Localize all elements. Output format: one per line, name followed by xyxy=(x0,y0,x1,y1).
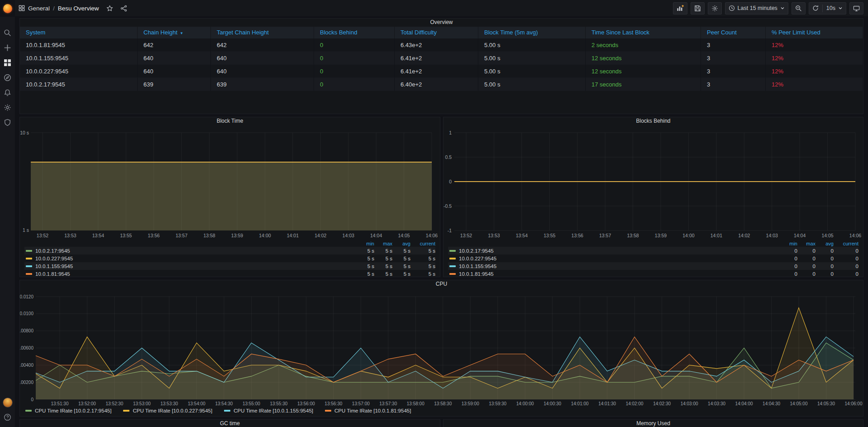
sidebar-item-explore[interactable] xyxy=(0,71,15,85)
series-name[interactable]: 10.0.1.81:9545 xyxy=(35,271,356,277)
cycle-view-mode-button[interactable] xyxy=(849,2,863,14)
share-dashboard-button[interactable] xyxy=(120,5,127,12)
blocks-behind-chart[interactable]: 10.50-0.5-113:5213:5313:5413:5513:5613:5… xyxy=(444,117,864,240)
table-cell: 640 xyxy=(138,65,211,78)
legend-column-avg[interactable]: avg xyxy=(816,240,834,247)
legend-value-max: 0 xyxy=(797,256,816,261)
series-color-swatch[interactable] xyxy=(449,265,456,267)
legend-column-max[interactable]: max xyxy=(374,240,392,247)
series-color-swatch[interactable] xyxy=(449,273,456,275)
svg-text:13:53:30: 13:53:30 xyxy=(160,401,178,406)
svg-text:14:03: 14:03 xyxy=(343,233,354,238)
zoom-out-time-button[interactable] xyxy=(792,2,806,14)
svg-text:14:00:30: 14:00:30 xyxy=(544,401,561,406)
legend-column-min[interactable]: min xyxy=(356,240,374,247)
panel-title-gc-time[interactable]: GC time xyxy=(20,420,440,427)
series-color-swatch[interactable] xyxy=(449,258,456,259)
series-name[interactable]: 10.0.1.81:9545 xyxy=(459,271,779,277)
sidebar-item-configuration[interactable] xyxy=(0,101,15,115)
series-name[interactable]: 10.0.2.17:9545 xyxy=(35,248,356,254)
table-cell: 642 xyxy=(138,38,211,52)
table-cell: 12 seconds xyxy=(586,65,701,78)
legend-item[interactable]: CPU Time IRate [10.0.1.155:9545] xyxy=(224,408,313,413)
svg-text:0.00800: 0.00800 xyxy=(20,328,33,333)
svg-text:13:52: 13:52 xyxy=(37,233,48,238)
series-color-swatch[interactable] xyxy=(26,273,32,275)
series-color-swatch[interactable] xyxy=(26,265,32,267)
svg-text:13:53:00: 13:53:00 xyxy=(133,401,151,406)
bell-icon xyxy=(4,89,11,96)
legend-column-max[interactable]: max xyxy=(797,240,816,247)
svg-text:14:06: 14:06 xyxy=(849,233,861,238)
cpu-chart[interactable]: 0.01200.01000.008000.006000.004000.00200… xyxy=(20,280,864,406)
svg-text:14:02: 14:02 xyxy=(315,233,326,238)
dashboard-settings-button[interactable] xyxy=(708,2,722,14)
legend-value-min: 5 s xyxy=(356,256,374,261)
legend-value-current: 5 s xyxy=(410,248,435,254)
svg-text:13:55:00: 13:55:00 xyxy=(243,401,260,406)
column-header[interactable]: Blocks Behind xyxy=(314,27,395,38)
block-time-chart[interactable]: 10 s1 s13:5213:5313:5413:5513:5613:5713:… xyxy=(20,117,441,240)
chevron-down-icon xyxy=(838,6,843,10)
share-icon xyxy=(120,5,127,12)
legend-column-min[interactable]: min xyxy=(779,240,797,247)
series-name[interactable]: 10.0.0.227:9545 xyxy=(459,256,779,261)
svg-text:14:01: 14:01 xyxy=(287,233,299,238)
legend-item[interactable]: CPU Time IRate [10.0.0.227:9545] xyxy=(123,408,212,413)
refresh-picker[interactable]: 10s xyxy=(809,2,846,14)
series-color-swatch[interactable] xyxy=(449,250,456,252)
series-color-swatch[interactable] xyxy=(26,258,32,259)
svg-text:13:59:00: 13:59:00 xyxy=(462,401,479,406)
column-header[interactable]: Time Since Last Block xyxy=(586,27,701,38)
sidebar-item-create[interactable] xyxy=(0,41,15,55)
save-dashboard-button[interactable] xyxy=(691,2,705,14)
panel-title-memory-used[interactable]: Memory Used xyxy=(444,420,863,427)
legend-item[interactable]: CPU Time IRate [10.0.1.81:9545] xyxy=(325,408,411,413)
table-cell: 6.41e+2 xyxy=(395,52,478,65)
series-name[interactable]: 10.0.1.155:9545 xyxy=(459,264,779,269)
chevron-down-icon xyxy=(780,6,785,10)
column-header[interactable]: % Peer Limit Used xyxy=(766,27,863,38)
series-name[interactable]: 10.0.0.227:9545 xyxy=(35,256,356,261)
series-color-swatch[interactable] xyxy=(26,250,32,252)
svg-text:14:03:00: 14:03:00 xyxy=(681,401,698,406)
svg-text:14:05:00: 14:05:00 xyxy=(790,401,808,406)
legend-value-current: 5 s xyxy=(410,271,435,277)
column-header[interactable]: System xyxy=(20,27,138,38)
series-name: CPU Time IRate [10.0.0.227:9545] xyxy=(133,408,212,413)
legend-item[interactable]: CPU Time IRate [10.0.2.17:9545] xyxy=(25,408,111,413)
search-icon xyxy=(4,29,11,37)
column-header[interactable]: Target Chain Height xyxy=(211,27,314,38)
sidebar-item-search[interactable] xyxy=(0,26,15,40)
breadcrumb-folder[interactable]: General xyxy=(28,5,50,12)
column-header[interactable]: Block Time (5m avg) xyxy=(478,27,586,38)
sidebar-item-help[interactable] xyxy=(0,410,15,424)
svg-text:-1: -1 xyxy=(448,228,452,233)
legend-column-avg[interactable]: avg xyxy=(392,240,410,247)
series-name[interactable]: 10.0.2.17:9545 xyxy=(459,248,779,254)
panel-title-overview[interactable]: Overview xyxy=(20,19,863,26)
block-time-legend: minmaxavgcurrent10.0.2.17:95455 s5 s5 s5… xyxy=(24,240,435,278)
breadcrumb-dashboard-title[interactable]: Besu Overview xyxy=(58,5,99,12)
legend-column-current[interactable]: current xyxy=(410,240,435,247)
svg-text:13:53: 13:53 xyxy=(488,233,500,238)
table-cell: 2 seconds xyxy=(586,38,701,52)
column-header[interactable]: Chain Height▼ xyxy=(138,27,211,38)
series-name[interactable]: 10.0.1.155:9545 xyxy=(35,264,356,269)
time-range-picker[interactable]: Last 15 minutes xyxy=(725,2,788,14)
sidebar-item-dashboards[interactable] xyxy=(0,56,15,70)
star-dashboard-button[interactable] xyxy=(106,5,113,12)
add-panel-button[interactable] xyxy=(673,2,687,14)
save-icon xyxy=(694,5,701,12)
sidebar-item-server-admin[interactable] xyxy=(0,115,15,130)
sidebar-item-profile[interactable] xyxy=(0,395,15,409)
legend-value-max: 5 s xyxy=(374,248,392,254)
sidebar-item-alerting[interactable] xyxy=(0,86,15,100)
legend-column-current[interactable]: current xyxy=(834,240,858,247)
column-header[interactable]: Peer Count xyxy=(701,27,766,38)
legend-value-current: 0 xyxy=(834,248,858,254)
grafana-logo[interactable] xyxy=(0,0,15,17)
column-header[interactable]: Total Difficulty xyxy=(395,27,478,38)
legend-value-max: 5 s xyxy=(374,271,392,277)
table-cell: 642 xyxy=(211,38,314,52)
